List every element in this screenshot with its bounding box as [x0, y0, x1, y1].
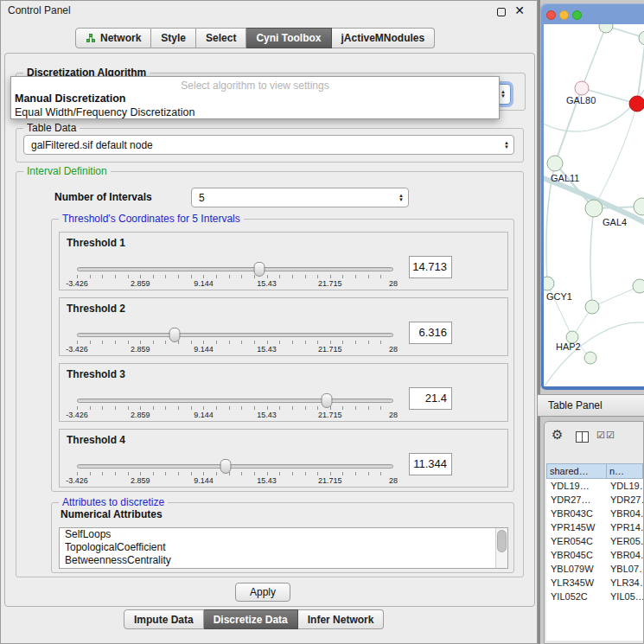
popup-option-equal-width-frequency[interactable]: Equal Width/Frequency Discretization [11, 105, 499, 119]
cell: YBL079W [546, 562, 607, 576]
tab-label: Impute Data [134, 614, 194, 626]
network-node[interactable] [639, 31, 644, 45]
control-panel-window: Control Panel ✕ Network Style Select Cyn… [0, 0, 538, 644]
slider-thumb[interactable] [322, 393, 333, 408]
stepper[interactable]: ▲ ▼ [394, 194, 408, 202]
group-title: Attributes to discretize [59, 496, 168, 508]
number-of-intervals-combo[interactable]: 5 ▲ ▼ [191, 188, 409, 207]
list-item[interactable]: SelfLoops [60, 528, 507, 541]
apply-button[interactable]: Apply [235, 583, 290, 602]
table-data-combo[interactable]: galFiltered.sif default node ▲ ▼ [23, 135, 514, 155]
tab-style[interactable]: Style [151, 28, 196, 48]
table-row[interactable]: YIL052CYIL05… [546, 590, 643, 603]
tick-label: 2.859 [131, 279, 150, 288]
bottom-tab-bar: Impute Data Discretize Data Infer Networ… [124, 609, 384, 629]
list-scrollbar[interactable] [495, 528, 507, 568]
threshold-4-panel: Threshold 4 -3.426 2.859 9.144 15.43 21.… [59, 429, 508, 488]
network-node-selected-red[interactable] [629, 96, 644, 112]
table-row[interactable]: YER054CYER05… [546, 534, 643, 548]
threshold-2-slider[interactable]: -3.426 2.859 9.144 15.43 21.715 28 [77, 326, 393, 355]
slider-thumb[interactable] [254, 262, 265, 277]
cell: YBL07… [607, 562, 643, 576]
slider-track[interactable] [77, 399, 393, 403]
tab-impute-data[interactable]: Impute Data [124, 609, 204, 629]
table-row[interactable]: YBR043CYBR04… [546, 507, 643, 520]
node-label-gal80: GAL80 [566, 95, 596, 105]
cell: YBR043C [546, 507, 607, 520]
popup-option-manual-discretization[interactable]: Manual Discretization [11, 92, 499, 105]
tab-label: Network [100, 32, 141, 44]
tab-label: Cyni Toolbox [256, 32, 321, 44]
network-edge [637, 38, 644, 104]
tick-label: 9.144 [194, 345, 214, 354]
network-node-gal80[interactable] [575, 81, 589, 95]
table-panel-header: Table Panel [538, 394, 644, 417]
network-node[interactable] [634, 198, 644, 215]
slider-track[interactable] [77, 464, 393, 469]
stepper-down-icon: ▼ [504, 145, 509, 150]
close-traffic-light-icon[interactable] [546, 10, 556, 20]
tab-discretize-data[interactable]: Discretize Data [204, 609, 298, 629]
threshold-value-field[interactable]: 14.713 [409, 256, 452, 278]
tab-network[interactable]: Network [75, 28, 151, 48]
scrollbar-thumb[interactable] [497, 530, 507, 552]
column-header-shared-name[interactable]: shared… [546, 463, 607, 479]
threshold-value-field[interactable]: 11.344 [409, 453, 452, 475]
tick-label: 21.715 [318, 279, 342, 288]
list-item[interactable]: BetweennessCentrality [60, 554, 507, 567]
network-node[interactable] [585, 300, 599, 314]
cell: YPR145W [546, 520, 607, 534]
tab-jactivemnodules[interactable]: jActiveMNodules [332, 28, 436, 48]
slider-ticks [77, 275, 393, 278]
table-row[interactable]: YBL079WYBL07… [546, 562, 643, 576]
top-tab-bar: Network Style Select Cyni Toolbox jActiv… [75, 28, 435, 48]
threshold-3-panel: Threshold 3 -3.426 2.859 9.144 15.43 21.… [59, 363, 508, 422]
threshold-value-field[interactable]: 21.4 [409, 387, 452, 410]
network-node-gal11[interactable] [547, 156, 563, 171]
minimize-traffic-light-icon[interactable] [559, 10, 569, 20]
network-node-gal4[interactable] [585, 200, 603, 217]
table-row[interactable]: YPR145WYPR14… [546, 520, 643, 534]
list-item[interactable]: TopologicalCoefficient [60, 541, 507, 554]
threshold-label: Threshold 4 [67, 434, 125, 446]
network-edge [590, 208, 594, 307]
gear-icon[interactable]: ⚙ [552, 427, 563, 443]
network-canvas[interactable]: GAL80 GAL11 GAL4 GCY1 HAP2 [544, 24, 644, 386]
float-window-icon[interactable] [497, 8, 506, 16]
tick-label: 21.715 [318, 345, 342, 354]
select-columns-icons[interactable]: ☑☑ [596, 430, 615, 441]
tab-cyni-toolbox[interactable]: Cyni Toolbox [246, 28, 331, 48]
tick-label: 9.144 [194, 279, 214, 288]
network-node[interactable] [599, 24, 613, 33]
network-node[interactable] [633, 279, 644, 293]
table-row[interactable]: YBR045CYBR04… [546, 548, 643, 562]
table-row[interactable]: YDL19…YDL19… [546, 479, 643, 493]
screen: Control Panel ✕ Network Style Select Cyn… [0, 0, 644, 644]
tab-select[interactable]: Select [196, 28, 246, 48]
numerical-attributes-list: SelfLoops TopologicalCoefficient Between… [59, 527, 508, 569]
threshold-3-slider[interactable]: -3.426 2.859 9.144 15.43 21.715 28 [77, 392, 393, 421]
threshold-1-slider[interactable]: -3.426 2.859 9.144 15.43 21.715 28 [77, 260, 393, 290]
slider-thumb[interactable] [169, 328, 181, 342]
table-row[interactable]: YLR345WYLR34… [546, 576, 643, 590]
stepper[interactable]: ▲ ▼ [500, 141, 513, 150]
table-row[interactable]: YDR27…YDR27… [546, 493, 643, 507]
column-header-name[interactable]: n… [607, 463, 643, 479]
tick-label: 15.43 [257, 279, 277, 288]
close-icon[interactable]: ✕ [514, 3, 525, 17]
threshold-value-field[interactable]: 6.316 [409, 322, 452, 344]
slider-thumb[interactable] [220, 459, 232, 474]
tab-label: Style [161, 32, 186, 44]
zoom-traffic-light-icon[interactable] [572, 10, 582, 20]
network-node-gcy1[interactable] [544, 277, 554, 290]
tick-label: 2.859 [131, 345, 150, 354]
network-node[interactable] [584, 352, 596, 364]
slider-track[interactable] [77, 267, 393, 271]
table-panel-window: ⚙ ☑☑ shared… n… YDL19…YDL19… YDR27…YDR27… [544, 421, 644, 644]
tick-label: 9.144 [194, 476, 214, 485]
threshold-4-slider[interactable]: -3.426 2.859 9.144 15.43 21.715 28 [77, 457, 393, 487]
column-layout-icon[interactable] [576, 431, 589, 443]
slider-track[interactable] [77, 333, 393, 337]
tab-infer-network[interactable]: Infer Network [298, 609, 385, 629]
table-header-row: shared… n… [546, 463, 643, 479]
